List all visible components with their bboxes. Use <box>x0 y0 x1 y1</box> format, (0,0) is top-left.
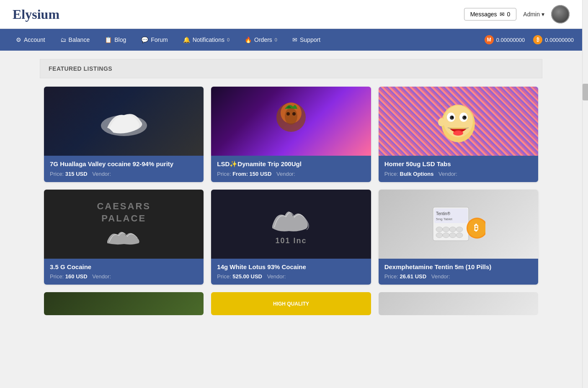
notifications-badge: 0 <box>227 37 230 42</box>
price-value-4: 160 USD <box>65 273 88 280</box>
avatar[interactable] <box>551 5 570 23</box>
svg-point-12 <box>451 116 453 118</box>
svg-text:5mg Tablet: 5mg Tablet <box>436 217 453 221</box>
listing-card-3[interactable]: · · · · · · · · · · · · · · · · Homer 50… <box>379 87 538 182</box>
monero-amount: 0.00000000 <box>496 37 525 43</box>
bottom-row: HIGH QUALITY <box>40 292 542 315</box>
svg-text:· · · · · · · ·: · · · · · · · · <box>437 104 451 108</box>
svg-point-29 <box>456 233 463 238</box>
listing-card-2[interactable]: LSD✨Dynamite Trip 200Ugl Price: From: 15… <box>211 87 371 182</box>
nav-forum[interactable]: 💬 Forum <box>134 29 175 51</box>
navbar: ⚙ Account 🗂 Balance 📋 Blog 💬 Forum 🔔 <box>0 29 582 51</box>
card-info-4: 3.5 G Cocaine Price: 160 USD Vendor: <box>44 259 204 285</box>
svg-point-28 <box>449 233 456 238</box>
nav-notifications[interactable]: 🔔 Notifications 0 <box>175 29 237 51</box>
avatar-image <box>551 5 570 23</box>
nav-account-label: Account <box>24 36 45 43</box>
notification-bell-icon: 🔔 <box>183 36 190 43</box>
card-meta-2: Price: From: 150 USD Vendor: <box>217 171 365 177</box>
svg-text:· · · · · · · ·: · · · · · · · · <box>437 100 451 103</box>
card-title-1: 7G Huallaga Valley cocaine 92-94% purity <box>50 160 198 168</box>
listing-card-6[interactable]: Tentin® 5mg Tablet <box>379 190 538 285</box>
nav-items: ⚙ Account 🗂 Balance 📋 Blog 💬 Forum 🔔 <box>8 29 485 51</box>
lotus-label: 101 Inc <box>275 236 307 245</box>
svg-point-15 <box>438 118 445 126</box>
envelope-icon: ✉ <box>500 11 505 18</box>
monero-balance: M 0.00000000 <box>485 35 525 44</box>
listings-grid-2: CAESARSPALACE 3.5 G Cocaine Price: 160 U… <box>40 190 542 285</box>
card-image-2 <box>211 87 371 156</box>
messages-button[interactable]: Messages ✉ 0 <box>464 8 517 21</box>
nav-orders[interactable]: 🔥 Orders 0 <box>237 29 285 51</box>
svg-point-22 <box>436 227 443 232</box>
crypto-area: M 0.00000000 ₿ 0.00000000 <box>485 35 574 44</box>
scrollbar[interactable] <box>582 0 588 388</box>
card-info-1: 7G Huallaga Valley cocaine 92-94% purity… <box>44 156 204 182</box>
lsd-image-svg <box>266 96 316 146</box>
nav-blog-label: Blog <box>114 36 126 43</box>
nav-forum-label: Forum <box>151 36 168 43</box>
dropdown-arrow-icon: ▾ <box>542 11 544 18</box>
homer-svg: · · · · · · · · · · · · · · · · <box>435 96 481 146</box>
listing-card-1[interactable]: 7G Huallaga Valley cocaine 92-94% purity… <box>44 87 204 182</box>
svg-text:Tentin®: Tentin® <box>436 211 451 216</box>
card-info-5: 14g White Lotus 93% Cocaine Price: 525.0… <box>211 259 371 285</box>
header: Elysium Messages ✉ 0 Admin ▾ <box>0 0 582 29</box>
support-icon: ✉ <box>292 36 297 43</box>
card-title-2: LSD✨Dynamite Trip 200Ugl <box>217 160 365 168</box>
featured-title: FEATURED LISTINGS <box>49 65 112 72</box>
admin-dropdown[interactable]: Admin ▾ <box>523 11 544 18</box>
card-title-6: Dexmphetamine Tentin 5m (10 Pills) <box>384 263 532 271</box>
partial-card-3[interactable] <box>379 292 538 315</box>
cocaine-rock-svg <box>95 103 153 140</box>
card-title-3: Homer 50ug LSD Tabs <box>384 160 532 168</box>
listing-card-5[interactable]: 101 Inc 14g White Lotus 93% Cocaine Pric… <box>211 190 371 285</box>
lotus-powder-svg <box>266 203 316 236</box>
vendor-label-1: Vendor: <box>92 171 111 177</box>
card-meta-1: Price: 315 USD Vendor: <box>50 171 198 177</box>
vendor-label-2: Vendor: <box>276 171 295 177</box>
bitcoin-icon: ₿ <box>533 35 542 44</box>
card-title-4: 3.5 G Cocaine <box>50 263 198 271</box>
caesars-text: CAESARSPALACE <box>97 200 151 224</box>
header-right: Messages ✉ 0 Admin ▾ <box>464 5 570 23</box>
svg-point-25 <box>456 227 463 232</box>
svg-point-3 <box>285 108 297 125</box>
nav-account[interactable]: ⚙ Account <box>8 29 53 51</box>
card-info-3: Homer 50ug LSD Tabs Price: Bulk Options … <box>379 156 538 182</box>
vendor-label-3: Vendor: <box>438 171 457 177</box>
svg-point-13 <box>464 116 466 118</box>
logo[interactable]: Elysium <box>13 7 59 22</box>
card-info-6: Dexmphetamine Tentin 5m (10 Pills) Price… <box>379 259 538 285</box>
price-label-6: Price: <box>384 273 400 280</box>
svg-point-27 <box>443 233 449 238</box>
price-value-2: From: 150 USD <box>232 171 271 177</box>
powder-svg <box>103 226 145 247</box>
price-value-5: 525.00 USD <box>232 273 262 280</box>
partial-card-2[interactable]: HIGH QUALITY <box>211 292 371 315</box>
scrollbar-thumb[interactable] <box>583 84 588 100</box>
admin-label-text: Admin <box>523 11 540 18</box>
bitcoin-balance: ₿ 0.00000000 <box>533 35 574 44</box>
orders-badge: 0 <box>275 37 277 42</box>
account-icon: ⚙ <box>16 36 21 43</box>
nav-balance[interactable]: 🗂 Balance <box>53 29 98 51</box>
nav-blog[interactable]: 📋 Blog <box>97 29 134 51</box>
price-value-3: Bulk Options <box>400 171 434 177</box>
price-value-6: 26.61 USD <box>400 273 427 280</box>
messages-count: 0 <box>507 11 511 18</box>
monero-icon: M <box>485 35 494 44</box>
listings-grid: 7G Huallaga Valley cocaine 92-94% purity… <box>40 87 542 182</box>
listing-card-4[interactable]: CAESARSPALACE 3.5 G Cocaine Price: 160 U… <box>44 190 204 285</box>
card-image-3: · · · · · · · · · · · · · · · · <box>379 87 538 156</box>
svg-text:₿: ₿ <box>474 223 478 232</box>
nav-support-label: Support <box>300 36 320 43</box>
partial-card-1[interactable] <box>44 292 204 315</box>
card-image-6: Tentin® 5mg Tablet <box>379 190 538 259</box>
featured-header: FEATURED LISTINGS <box>40 59 542 78</box>
card-image-1 <box>44 87 204 156</box>
vendor-label-5: Vendor: <box>267 273 286 280</box>
card-image-5: 101 Inc <box>211 190 371 259</box>
nav-support[interactable]: ✉ Support <box>285 29 328 51</box>
svg-point-23 <box>443 227 449 232</box>
